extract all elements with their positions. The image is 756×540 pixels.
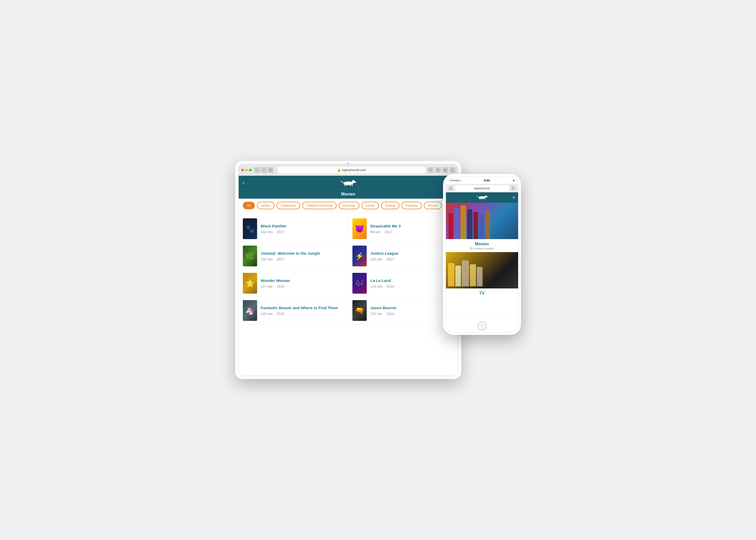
close-window-button[interactable] bbox=[241, 169, 244, 171]
movie-duration: 132 min bbox=[261, 257, 273, 261]
movie-duration: 98 min bbox=[370, 230, 380, 234]
movie-duration: 125 min bbox=[370, 257, 382, 261]
battery-icon: ■ bbox=[513, 179, 514, 182]
filter-action[interactable]: Action bbox=[257, 202, 274, 209]
movie-duration: 133 min bbox=[261, 312, 273, 316]
movie-title: Jumanji: Welcome to the Jungle bbox=[261, 251, 344, 256]
phone-greyhound-logo-svg bbox=[474, 194, 490, 200]
svg-rect-6 bbox=[352, 184, 353, 186]
figure-2 bbox=[454, 208, 459, 239]
app-logo bbox=[338, 179, 359, 187]
svg-point-2 bbox=[354, 182, 356, 183]
phone-screen: GoMedia ▸ 9:43 ■ 🔒 tvgreyhound ↻ bbox=[446, 177, 519, 332]
browser-new-tab-button[interactable]: + bbox=[450, 167, 455, 173]
filter-comedy[interactable]: Comedy bbox=[339, 202, 360, 209]
movie-meta: 132 min2017 bbox=[261, 230, 344, 234]
movie-poster: 🎶 bbox=[353, 273, 367, 294]
svg-rect-3 bbox=[344, 184, 345, 186]
movie-year: 2016 bbox=[386, 285, 394, 288]
movie-item-jumanji:-welcome-to-the-jungle[interactable]: 🌿Jumanji: Welcome to the Jungle132 min20… bbox=[239, 242, 349, 269]
movie-title: Black Panther bbox=[261, 223, 344, 229]
phone-movies-subtitle: 30 movies to watch bbox=[446, 247, 518, 252]
movie-item-justice-league[interactable]: ⚡Justice League125 min2017 bbox=[348, 242, 458, 269]
movie-info: Justice League125 min2017 bbox=[370, 251, 454, 261]
movie-info: La La Land116 min2016 bbox=[370, 278, 454, 289]
poster-image: ⚡ bbox=[353, 246, 367, 266]
filter-drama[interactable]: Drama bbox=[381, 202, 399, 209]
browser-share-button[interactable]: ⬆ bbox=[435, 167, 441, 173]
movie-item-wonder-woman[interactable]: ⭐Wonder Woman127 min2016 bbox=[239, 270, 349, 297]
movies-grid: 🐾Black Panther132 min2017😈Despicable Me … bbox=[239, 212, 458, 376]
poster-image: 🔫 bbox=[353, 300, 367, 321]
figure-7 bbox=[485, 210, 490, 239]
phone-menu-button[interactable]: ≡ bbox=[513, 195, 515, 200]
phone-app-logo bbox=[474, 194, 490, 201]
phone-refresh-button[interactable]: ↻ bbox=[510, 185, 516, 191]
movie-row-2: ⭐Wonder Woman127 min2016🎶La La Land116 m… bbox=[239, 270, 458, 297]
movie-meta: 132 min2017 bbox=[261, 257, 344, 261]
movie-title: Wonder Woman bbox=[261, 278, 344, 283]
app-back-button[interactable]: ‹ bbox=[243, 180, 245, 186]
movie-row-3: 🦄Fantastic Beasts and Where to Find Them… bbox=[239, 297, 458, 324]
svg-rect-4 bbox=[347, 184, 347, 186]
poster-image: 🎶 bbox=[353, 273, 367, 294]
movie-info: Wonder Woman127 min2016 bbox=[261, 278, 344, 289]
tv-figure-1 bbox=[448, 263, 454, 286]
svg-rect-14 bbox=[484, 199, 485, 200]
browser-forward-button[interactable]: › bbox=[261, 167, 267, 173]
figure-3 bbox=[460, 205, 466, 239]
movie-item-despicable-me-3[interactable]: 😈Despicable Me 398 min2017 bbox=[348, 215, 458, 242]
movie-year: 2017 bbox=[277, 257, 284, 261]
movie-title: Fantastic Beasts and Where to Find Them bbox=[261, 305, 344, 311]
movie-poster: 🔫 bbox=[353, 300, 367, 321]
figure-5 bbox=[473, 212, 478, 239]
tv-figure-5 bbox=[477, 267, 483, 286]
phone-hero-image[interactable] bbox=[446, 203, 518, 239]
filter-childrens[interactable]: Children's/Family bbox=[302, 202, 336, 209]
filter-horror[interactable]: Horror bbox=[424, 202, 442, 209]
svg-point-7 bbox=[353, 180, 354, 182]
poster-image: 😈 bbox=[353, 218, 367, 239]
phone-tv-hero-image[interactable] bbox=[446, 252, 518, 288]
page-title: Movies bbox=[341, 192, 355, 197]
movie-poster: 🌿 bbox=[243, 246, 257, 266]
maximize-window-button[interactable] bbox=[249, 169, 252, 171]
phone-time: 9:43 bbox=[484, 179, 490, 182]
phone-status-bar: GoMedia ▸ 9:43 ■ bbox=[446, 177, 518, 184]
phone-home-button[interactable] bbox=[477, 321, 487, 331]
movie-duration: 132 min bbox=[261, 230, 273, 234]
browser-refresh-button[interactable]: ↻ bbox=[428, 167, 433, 173]
browser-url-bar[interactable]: 🔒 tvgreyhound.com bbox=[278, 167, 426, 174]
movie-item-jason-bourne[interactable]: 🔫Jason Bourne123 min2016 bbox=[348, 297, 458, 324]
filter-crime[interactable]: Crime bbox=[362, 202, 379, 209]
browser-reader-button[interactable]: ⊡ bbox=[268, 167, 273, 173]
filter-fantasy[interactable]: Fantasy bbox=[401, 202, 422, 209]
movie-poster: 🐾 bbox=[243, 218, 257, 239]
filter-all[interactable]: All bbox=[243, 202, 255, 209]
poster-image: ⭐ bbox=[243, 273, 257, 294]
movie-item-fantastic-beasts-and-where-to-find-them[interactable]: 🦄Fantastic Beasts and Where to Find Them… bbox=[239, 297, 349, 324]
movie-title: Justice League bbox=[370, 251, 454, 256]
browser-back-button[interactable]: ‹ bbox=[254, 167, 260, 173]
figure-4 bbox=[467, 209, 472, 239]
phone-url-bar[interactable]: tvgreyhound bbox=[455, 185, 509, 191]
movie-row-0: 🐾Black Panther132 min2017😈Despicable Me … bbox=[239, 215, 458, 242]
movie-item-black-panther[interactable]: 🐾Black Panther132 min2017 bbox=[239, 215, 349, 242]
tv-figure-4 bbox=[470, 264, 476, 286]
movie-year: 2016 bbox=[277, 312, 284, 316]
movie-item-la-la-land[interactable]: 🎶La La Land116 min2016 bbox=[348, 270, 458, 297]
svg-rect-5 bbox=[350, 184, 350, 186]
phone-hero-background bbox=[446, 203, 518, 239]
phone-app-header: ≡ bbox=[446, 193, 518, 203]
minimize-window-button[interactable] bbox=[245, 169, 248, 171]
svg-rect-13 bbox=[483, 199, 483, 200]
filter-adventure[interactable]: Adventure bbox=[277, 202, 300, 209]
tablet-screen: ‹ › ⊡ 🔒 tvgreyhound.com ↻ ⬆ ⧉ + bbox=[238, 164, 458, 376]
phone-device: GoMedia ▸ 9:43 ■ 🔒 tvgreyhound ↻ bbox=[443, 174, 521, 335]
movie-duration: 123 min bbox=[370, 312, 382, 316]
browser-tabs-button[interactable]: ⧉ bbox=[442, 167, 448, 173]
movie-poster: 😈 bbox=[353, 218, 367, 239]
movie-info: Fantastic Beasts and Where to Find Them1… bbox=[261, 305, 344, 316]
movie-year: 2016 bbox=[277, 285, 284, 288]
movie-year: 2017 bbox=[386, 257, 394, 261]
